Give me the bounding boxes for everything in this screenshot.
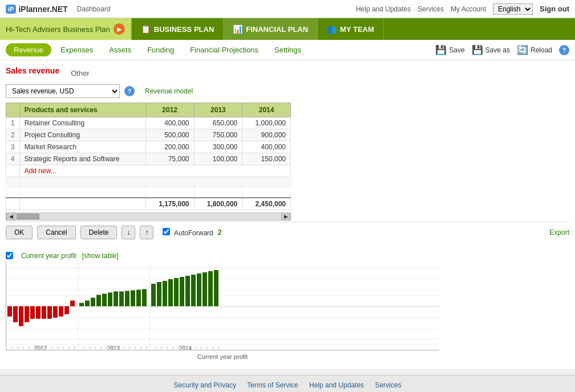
bar-2013-12 xyxy=(142,289,147,306)
bar-2014-11 xyxy=(208,271,213,307)
val-2-2014[interactable]: 900,000 xyxy=(242,129,291,141)
val-4-2013[interactable]: 100,000 xyxy=(194,153,242,165)
year-2013-header[interactable]: 2013 xyxy=(194,103,242,117)
product-name-4[interactable]: Strategic Reports and Software xyxy=(19,153,145,165)
year-2012-header[interactable]: 2012 xyxy=(145,103,194,117)
bar-2013-4 xyxy=(96,295,101,306)
year-2014-link[interactable]: 2014 xyxy=(259,106,274,114)
content-area: Sales revenue Other Sales revenue, USD ?… xyxy=(0,60,575,369)
val-3-2014[interactable]: 400,000 xyxy=(242,141,291,153)
bar-2012-10 xyxy=(59,306,63,316)
product-name-2[interactable]: Project Consulting xyxy=(19,129,145,141)
nav-tab-my-team[interactable]: 👥 MY TEAM xyxy=(318,18,384,40)
sub-nav-expenses[interactable]: Expenses xyxy=(54,42,100,58)
autoforward-checkbox[interactable] xyxy=(163,228,170,235)
footer-terms-link[interactable]: Terms of Service xyxy=(247,381,298,389)
delete-button[interactable]: Delete xyxy=(80,226,118,239)
reload-button[interactable]: 🔄 Reload xyxy=(517,44,552,55)
sub-nav-financial-projections[interactable]: Financial Projections xyxy=(183,42,265,58)
chart-checkbox[interactable] xyxy=(6,252,13,259)
revenue-dropdown[interactable]: Sales revenue, USD xyxy=(6,84,120,98)
chart-x-label: Current year profit xyxy=(6,353,439,360)
business-plan-link[interactable]: Hi-Tech Advisers Business Plan ▶ xyxy=(0,18,132,40)
bar-2012-3 xyxy=(19,306,23,326)
footer: Security and Privacy Terms of Service He… xyxy=(0,375,575,393)
val-3-2013[interactable]: 300,000 xyxy=(194,141,242,153)
bar-2013-1 xyxy=(79,303,84,306)
mt-tab-label: MY TEAM xyxy=(340,25,374,34)
add-new-link[interactable]: Add new... xyxy=(25,167,56,175)
total-2012: 1,175,000 xyxy=(145,198,194,210)
fp-tab-label: FINANCIAL PLAN xyxy=(246,25,308,34)
bar-2012-2 xyxy=(13,306,18,322)
year-2014-header[interactable]: 2014 xyxy=(242,103,291,117)
footer-help-link[interactable]: Help and Updates xyxy=(309,381,364,389)
cancel-button[interactable]: Cancel xyxy=(37,226,75,239)
bar-2013-6 xyxy=(108,292,112,306)
autoforward-number[interactable]: 2 xyxy=(218,228,222,236)
sub-nav-assets[interactable]: Assets xyxy=(102,42,138,58)
tab-other[interactable]: Other xyxy=(71,69,90,77)
scroll-thumb[interactable] xyxy=(17,214,39,219)
language-select[interactable]: English xyxy=(493,3,533,15)
bar-2012-7 xyxy=(42,306,46,318)
help-updates-link[interactable]: Help and Updates xyxy=(356,5,411,13)
move-down-button[interactable]: ↓ xyxy=(122,226,135,239)
logo-icon: iP xyxy=(6,5,16,14)
bar-2012-1 xyxy=(7,306,12,316)
dashboard-link[interactable]: Dashboard xyxy=(77,5,111,13)
sub-nav-revenue[interactable]: Revenue xyxy=(6,43,51,56)
save-as-button[interactable]: 💾 Save as xyxy=(472,44,510,55)
product-name-1[interactable]: Retainer Consulting xyxy=(19,117,145,129)
main-nav: Hi-Tech Advisers Business Plan ▶ 📋 BUSIN… xyxy=(0,18,575,40)
bar-2013-11 xyxy=(136,289,141,306)
val-1-2013[interactable]: 650,000 xyxy=(194,117,242,129)
val-4-2014[interactable]: 150,000 xyxy=(242,153,291,165)
val-1-2012[interactable]: 400,000 xyxy=(145,117,194,129)
product-name-3[interactable]: Market Research xyxy=(19,141,145,153)
sub-nav-funding[interactable]: Funding xyxy=(140,42,181,58)
logo-text: iPlanner.NET xyxy=(18,5,67,14)
empty-row-1 xyxy=(6,177,291,187)
sub-nav-settings[interactable]: Settings xyxy=(268,42,308,58)
year-2013-link[interactable]: 2013 xyxy=(210,106,226,114)
dropdown-container: Sales revenue, USD ? Revenue model xyxy=(6,84,569,98)
my-account-link[interactable]: My Account xyxy=(451,5,486,13)
val-2-2013[interactable]: 750,000 xyxy=(194,129,242,141)
nav-tab-business-plan[interactable]: 📋 BUSINESS PLAN xyxy=(132,18,224,40)
year-2012-link[interactable]: 2012 xyxy=(162,106,177,114)
save-button[interactable]: 💾 Save xyxy=(435,44,464,55)
bar-2014-12 xyxy=(214,270,218,307)
bar-2014-1 xyxy=(151,284,156,307)
horizontal-scrollbar[interactable]: ◀ ▶ xyxy=(6,213,291,220)
nav-tab-financial-plan[interactable]: 📊 FINANCIAL PLAN xyxy=(224,18,318,40)
sign-out-link[interactable]: Sign out xyxy=(540,5,569,13)
footer-security-link[interactable]: Security and Privacy xyxy=(174,381,236,389)
sub-nav-left: Revenue Expenses Assets Funding Financia… xyxy=(6,42,308,58)
info-icon[interactable]: ? xyxy=(124,86,135,96)
total-row: 1,175,000 1,800,000 2,450,000 xyxy=(6,198,291,210)
val-4-2012[interactable]: 75,000 xyxy=(145,153,194,165)
move-up-button[interactable]: ↑ xyxy=(140,226,153,239)
chart-svg: 2012 2013 2014 xyxy=(6,262,439,350)
scroll-left-arrow[interactable]: ◀ xyxy=(6,213,15,220)
sub-nav-right: 💾 Save 💾 Save as 🔄 Reload ? xyxy=(435,44,569,55)
val-1-2014[interactable]: 1,000,000 xyxy=(242,117,291,129)
help-button[interactable]: ? xyxy=(559,45,569,55)
revenue-model-link[interactable]: Revenue model xyxy=(145,87,193,95)
footer-services-link[interactable]: Services xyxy=(375,381,401,389)
val-3-2012[interactable]: 200,000 xyxy=(145,141,194,153)
ok-button[interactable]: OK xyxy=(6,226,33,239)
reload-icon: 🔄 xyxy=(517,44,528,55)
bar-2013-5 xyxy=(102,293,107,306)
bar-2012-5 xyxy=(30,306,35,318)
product-header: Products and services xyxy=(19,103,145,117)
chart-title-link[interactable]: Current year profit xyxy=(21,252,76,260)
bp-icon: ▶ xyxy=(114,23,125,35)
export-link[interactable]: Export xyxy=(549,228,569,236)
val-2-2012[interactable]: 500,000 xyxy=(145,129,194,141)
scroll-right-arrow[interactable]: ▶ xyxy=(281,213,290,220)
total-2014: 2,450,000 xyxy=(242,198,291,210)
services-link[interactable]: Services xyxy=(418,5,444,13)
chart-show-table-link[interactable]: [show table] xyxy=(82,252,119,260)
